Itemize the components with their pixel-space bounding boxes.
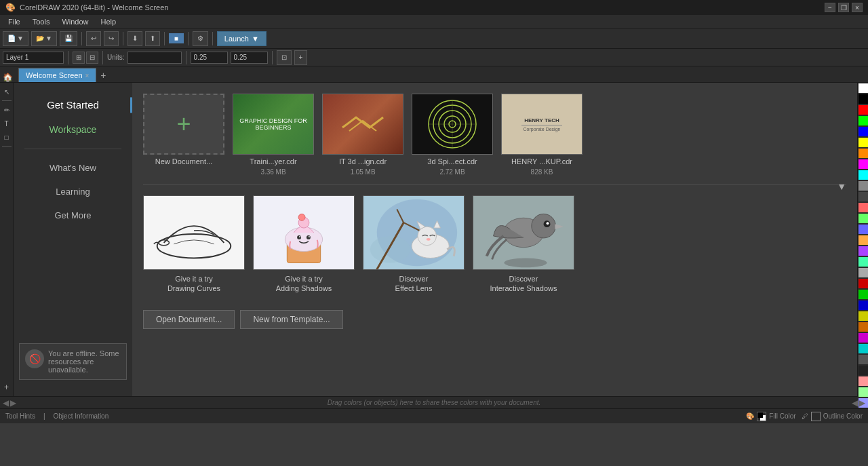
learn-interactive-shadows[interactable]: DiscoverInteractive Shadows xyxy=(473,195,574,294)
menu-tools[interactable]: Tools xyxy=(27,17,56,26)
color-swatch-2[interactable] xyxy=(859,105,868,115)
redo-btn[interactable]: ↪ xyxy=(104,31,119,46)
color-swatch-11[interactable] xyxy=(859,203,868,212)
color-swatch-7[interactable] xyxy=(859,159,868,169)
export-btn[interactable]: ⬆ xyxy=(145,31,160,46)
file-item-henry[interactable]: HENRY TECH Corporate Design HENRY ...KUP… xyxy=(501,94,583,176)
learn-adding-shadows[interactable]: Give it a tryAdding Shadows xyxy=(253,195,355,294)
sidebar-get-more[interactable]: Get More xyxy=(14,205,132,226)
minimize-button[interactable]: − xyxy=(825,3,835,12)
bottom-actions: Open Document... New from Template... xyxy=(143,310,846,329)
width-input[interactable] xyxy=(191,52,228,64)
learning-grid: Give it a tryDrawing Curves xyxy=(143,195,846,294)
sep1 xyxy=(81,32,82,45)
units-input[interactable] xyxy=(127,52,182,64)
scroll-left-btn[interactable]: ◀ xyxy=(3,398,9,408)
spiral-svg xyxy=(425,97,479,151)
nav-prev-btn[interactable]: ◀ xyxy=(852,398,858,408)
color-swatch-26[interactable] xyxy=(859,366,868,375)
bird-illustration xyxy=(473,195,574,270)
save-btn[interactable]: 💾 xyxy=(60,31,77,46)
sidebar-learning[interactable]: Learning xyxy=(14,181,132,202)
color-swatch-20[interactable] xyxy=(859,300,868,310)
color-swatch-4[interactable] xyxy=(859,127,868,136)
color-swatch-22[interactable] xyxy=(859,322,868,332)
color-swatch-1[interactable] xyxy=(859,94,868,104)
it3d-name: IT 3d ...ign.cdr xyxy=(339,157,387,166)
color-swatch-14[interactable] xyxy=(859,235,868,245)
view-btn[interactable]: ⊡ xyxy=(277,50,292,65)
add-btn[interactable]: + xyxy=(294,50,308,65)
it3d-thumb xyxy=(322,94,403,155)
home-icon: 🏠 xyxy=(3,73,13,82)
import-btn[interactable]: ⬇ xyxy=(127,31,142,46)
color-swatch-13[interactable] xyxy=(859,225,868,234)
new-file-btn[interactable]: 📄 ▼ xyxy=(3,31,28,46)
color-swatch-12[interactable] xyxy=(859,214,868,223)
file-item-spiral[interactable]: 3d Spi...ect.cdr 2.72 MB xyxy=(412,94,493,176)
color-swatch-16[interactable] xyxy=(859,257,868,267)
color-swatch-10[interactable] xyxy=(859,192,868,201)
new-tab-btn[interactable]: + xyxy=(96,69,110,82)
sidebar-workspace[interactable]: Workspace xyxy=(14,119,132,140)
text-tool[interactable]: T xyxy=(1,117,13,130)
height-input[interactable] xyxy=(231,52,268,64)
welcome-tab[interactable]: Welcome Screen × xyxy=(18,68,96,82)
color-swatch-0[interactable] xyxy=(859,83,868,93)
svg-point-13 xyxy=(297,235,301,239)
color-swatch-3[interactable] xyxy=(859,116,868,125)
color-swatch-18[interactable] xyxy=(859,279,868,288)
open-file-btn[interactable]: 📂 ▼ xyxy=(31,31,57,46)
sidebar-get-started[interactable]: Get Started xyxy=(14,94,132,116)
color-swatch-8[interactable] xyxy=(859,170,868,180)
select-tool[interactable]: ↖ xyxy=(1,85,13,98)
color-swatch-23[interactable] xyxy=(859,333,868,343)
tab-bar: 🏠 Welcome Screen × + xyxy=(0,66,868,83)
restore-button[interactable]: ❐ xyxy=(838,3,849,12)
color-swatch-6[interactable] xyxy=(859,149,868,158)
tab-close-btn[interactable]: × xyxy=(85,72,90,79)
scroll-right-btn[interactable]: ▶ xyxy=(10,398,16,408)
sidebar-whats-new[interactable]: What's New xyxy=(14,157,132,178)
toolbar-secondary: ⊞ ⊟ Units: ⊡ + xyxy=(0,49,868,66)
open-document-btn[interactable]: Open Document... xyxy=(143,310,235,329)
spiral-thumb xyxy=(412,94,493,155)
color-swatch-24[interactable] xyxy=(859,344,868,353)
nav-arrows: ◀ ▶ xyxy=(852,398,865,408)
color-swatch-28[interactable] xyxy=(859,387,868,397)
color-swatch-27[interactable] xyxy=(859,376,868,386)
undo-btn[interactable]: ↩ xyxy=(86,31,101,46)
launch-label: Launch xyxy=(224,35,249,43)
file-item-training[interactable]: GRAPHIC DESIGN FOR BEGINNERS Traini...ye… xyxy=(233,94,314,176)
adding-shadows-label: Give it a tryAdding Shadows xyxy=(276,274,332,294)
content-area: + New Document... GRAPHIC DESIGN FOR BEG… xyxy=(132,83,857,396)
menu-file[interactable]: File xyxy=(3,17,26,26)
nav-next-btn[interactable]: ▶ xyxy=(859,398,865,408)
color-swatch-15[interactable] xyxy=(859,246,868,256)
menu-help[interactable]: Help xyxy=(96,17,122,26)
color-swatch-9[interactable] xyxy=(859,181,868,191)
color-swatch-5[interactable] xyxy=(859,138,868,147)
close-button[interactable]: × xyxy=(852,3,863,12)
file-item-it3d[interactable]: IT 3d ...ign.cdr 1.05 MB xyxy=(322,94,403,176)
color-swatch-19[interactable] xyxy=(859,290,868,299)
learn-effect-lens[interactable]: DiscoverEffect Lens xyxy=(363,195,465,294)
scroll-down-arrow[interactable]: ▼ xyxy=(837,181,846,192)
color-swatch-21[interactable] xyxy=(859,311,868,321)
draw-tool[interactable]: ✏ xyxy=(1,104,13,116)
transform-btn1[interactable]: ⊞ xyxy=(73,52,85,64)
add-page-btn[interactable]: + xyxy=(1,381,13,393)
outline-color-section: 🖊 Outline Color xyxy=(802,412,863,421)
new-document-item[interactable]: + New Document... xyxy=(143,94,224,176)
new-from-template-btn[interactable]: New from Template... xyxy=(240,310,342,329)
menu-window[interactable]: Window xyxy=(56,17,94,26)
shape-tool[interactable]: □ xyxy=(1,131,13,143)
whats-new-label: What's New xyxy=(50,163,96,173)
color-swatch-17[interactable] xyxy=(859,268,868,277)
color-swatch-25[interactable] xyxy=(859,355,868,364)
layer-input[interactable] xyxy=(3,52,64,64)
transform-btn2[interactable]: ⊟ xyxy=(86,52,98,64)
settings-btn[interactable]: ⚙ xyxy=(193,31,208,46)
learn-drawing-curves[interactable]: Give it a tryDrawing Curves xyxy=(143,195,245,294)
launch-button[interactable]: Launch ▼ xyxy=(217,31,267,46)
